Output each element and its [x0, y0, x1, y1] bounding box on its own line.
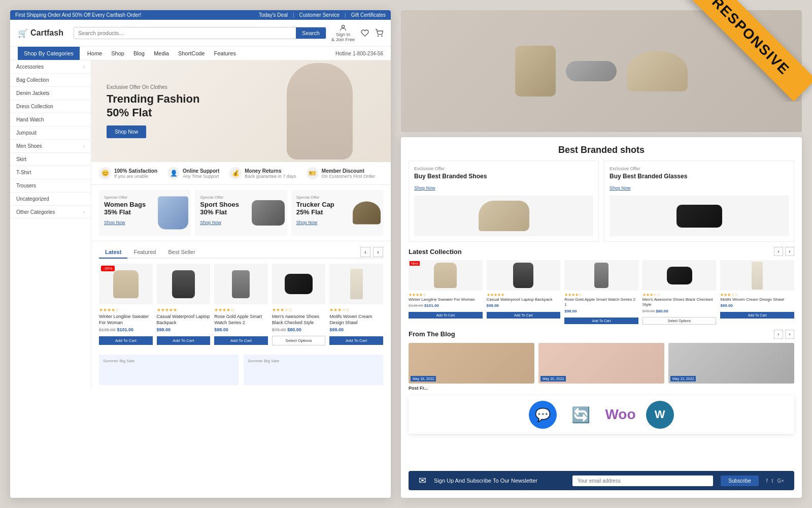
mini-add-to-cart-backpack[interactable]: Add To Cart — [487, 312, 561, 319]
nav-bar: Shop By Categories Home Shop Blog Media … — [10, 47, 391, 60]
blog-image-1[interactable]: May 18, 2022 — [409, 343, 534, 384]
nav-features[interactable]: Features — [214, 50, 235, 56]
nav-media[interactable]: Media — [154, 50, 169, 56]
feature-support: 👤 Online Support Any Time Support — [167, 167, 219, 179]
product-sweater-name: Winter Longline Sweater For Woman — [99, 314, 153, 326]
branded-shoes-image — [414, 196, 593, 236]
sidebar-item-uncategorized[interactable]: Uncategorized — [10, 193, 91, 206]
cart-header-icon[interactable] — [375, 29, 383, 37]
sidebar-item-bag[interactable]: Bag Collection — [10, 74, 91, 87]
glasses-shape — [676, 205, 722, 228]
branded-card-glasses-title: Buy Best Branded Glasses — [610, 173, 789, 180]
blog-date-3: May 13, 2022 — [670, 376, 696, 382]
chevron-right-icon-2: › — [83, 144, 85, 148]
sidebar-item-dress[interactable]: Dress Collection — [10, 100, 91, 113]
woocommerce-logo: Woo — [605, 406, 635, 423]
search-input[interactable] — [74, 27, 296, 39]
product-watch-stars: ★★★★☆ — [214, 307, 268, 312]
social-facebook[interactable]: f — [766, 478, 768, 484]
tab-prev-button[interactable]: ‹ — [360, 247, 370, 257]
mini-sweater-stars: ★★★★☆ — [409, 293, 483, 297]
promo-cap-label: Special Offer — [296, 195, 378, 200]
mini-add-to-cart-sweater[interactable]: Add To Cart — [409, 312, 483, 319]
product-backpack-name: Casual Waterproof Laptop Backpack — [157, 314, 211, 326]
topbar-customer-service[interactable]: Customer Service — [299, 12, 340, 18]
mini-add-to-cart-watch[interactable]: Add To Cart — [564, 318, 638, 324]
blog-image-2[interactable]: May 20, 2022 — [538, 343, 664, 384]
tab-navigation: ‹ › — [360, 247, 383, 257]
newsletter-subscribe-button[interactable]: Subscribe — [721, 475, 758, 486]
mini-shoes-image — [642, 260, 717, 291]
tab-latest[interactable]: Latest — [99, 246, 127, 259]
product-watch-price: $98.00 — [214, 327, 268, 332]
cap-shape — [353, 202, 381, 225]
branded-shoes-link[interactable]: Shop Now — [414, 185, 435, 190]
logo-refresh: 🔄 — [567, 401, 595, 429]
nav-shop[interactable]: Shop — [111, 50, 124, 56]
nav-blog[interactable]: Blog — [133, 50, 145, 56]
nav-home[interactable]: Home — [87, 50, 102, 56]
promo-cap-image — [353, 202, 381, 225]
mini-add-to-cart-scarf[interactable]: Add To Cart — [720, 312, 794, 319]
tabs-section: Latest Featured Best Seller ‹ › -26% — [91, 241, 391, 351]
top-bar: First Shipping Order And 50% Off Every C… — [10, 10, 391, 20]
search-button[interactable]: Search — [296, 27, 326, 39]
site-header: 🛒 Cartfash Search Sign In & Join Free — [10, 20, 391, 47]
newsletter-input[interactable] — [572, 475, 714, 486]
blog-date-2: May 20, 2022 — [540, 376, 566, 382]
wordpress-logo: W — [646, 401, 674, 429]
add-to-cart-backpack-button[interactable]: Add To Cart — [157, 336, 211, 345]
mini-watch-price: $98.00 — [564, 309, 638, 313]
blog-prev-button[interactable]: ‹ — [774, 330, 783, 339]
topbar-gift-certificates[interactable]: Gift Certificates — [351, 12, 386, 18]
add-to-cart-watch-button[interactable]: Add To Cart — [214, 336, 268, 345]
summer-card-1: Summer Big Sale — [99, 355, 239, 385]
sidebar-item-other[interactable]: Other Categories› — [10, 206, 91, 219]
latest-collection-section: Latest Collection ‹ › New ★★★★☆ Winter L… — [409, 247, 794, 325]
sidebar-item-accessories[interactable]: Accessories› — [10, 60, 91, 74]
social-googleplus[interactable]: G+ — [777, 478, 784, 484]
sidebar-item-trousers[interactable]: Trousers — [10, 179, 91, 193]
mini-shoes-stars: ★★★☆☆ — [642, 293, 717, 297]
nav-shortcode[interactable]: ShortCode — [178, 50, 205, 56]
logo[interactable]: 🛒 Cartfash — [18, 28, 69, 38]
blog-nav-arrows: ‹ › — [774, 330, 794, 339]
summer-card-2: Summer Big Sale — [244, 355, 383, 385]
mini-watch-name: Rose Gold Apple Smart Watch Series 2 1 — [564, 297, 638, 308]
add-to-cart-scarf-button[interactable]: Add To Cart — [329, 336, 383, 345]
signin-icon[interactable]: Sign In & Join Free — [331, 24, 355, 42]
promo-bags-link[interactable]: Shop Now — [104, 220, 125, 225]
branded-title: Best Branded shots — [409, 145, 794, 155]
promo-cap-link[interactable]: Shop Now — [296, 220, 318, 225]
promo-bags-image — [158, 197, 188, 230]
mini-select-options-shoes[interactable]: Select Options — [642, 317, 717, 325]
add-to-cart-sweater-button[interactable]: Add To Cart — [99, 336, 153, 345]
branded-glasses-link[interactable]: Shop Now — [610, 185, 631, 190]
sidebar-item-watch[interactable]: Hand Watch — [10, 113, 91, 126]
hero-shop-now-button[interactable]: Shop Now — [107, 125, 146, 138]
promo-card-bags: Special Offer Women Bags35% Flat Shop No… — [99, 190, 191, 236]
latest-prev-button[interactable]: ‹ — [774, 247, 783, 256]
social-twitter[interactable]: t — [772, 478, 773, 484]
tab-bestseller[interactable]: Best Seller — [162, 246, 201, 258]
topbar-today-deal[interactable]: Today's Deal — [259, 12, 288, 18]
sidebar-item-jumpsuit[interactable]: Jumpsuit — [10, 126, 91, 140]
wishlist-icon[interactable] — [361, 29, 369, 37]
blog-image-3[interactable]: May 13, 2022 — [668, 343, 794, 384]
tab-next-button[interactable]: › — [373, 247, 383, 257]
tab-featured[interactable]: Featured — [127, 246, 162, 258]
sidebar-item-tshirt[interactable]: T-Shirt — [10, 166, 91, 179]
promo-shoes-link[interactable]: Shop Now — [200, 220, 221, 225]
sidebar-item-menshoes[interactable]: Men Shoes› — [10, 140, 91, 153]
cart-icon: 🛒 — [18, 28, 28, 38]
sidebar-item-denim[interactable]: Denim Jackets — [10, 87, 91, 100]
blog-section: From The Blog ‹ › May 18, 2022 May 20, 2… — [409, 330, 794, 391]
signin-text: Sign In — [336, 32, 350, 37]
mini-watch-shape — [594, 263, 608, 288]
logo-wordpress: W — [646, 401, 674, 429]
sidebar-item-skirt[interactable]: Skirt — [10, 153, 91, 166]
shop-by-categories[interactable]: Shop By Categories — [18, 47, 80, 60]
select-options-shoes-button[interactable]: Select Options — [272, 336, 326, 345]
blog-next-button[interactable]: › — [785, 330, 794, 339]
latest-next-button[interactable]: › — [785, 247, 794, 256]
